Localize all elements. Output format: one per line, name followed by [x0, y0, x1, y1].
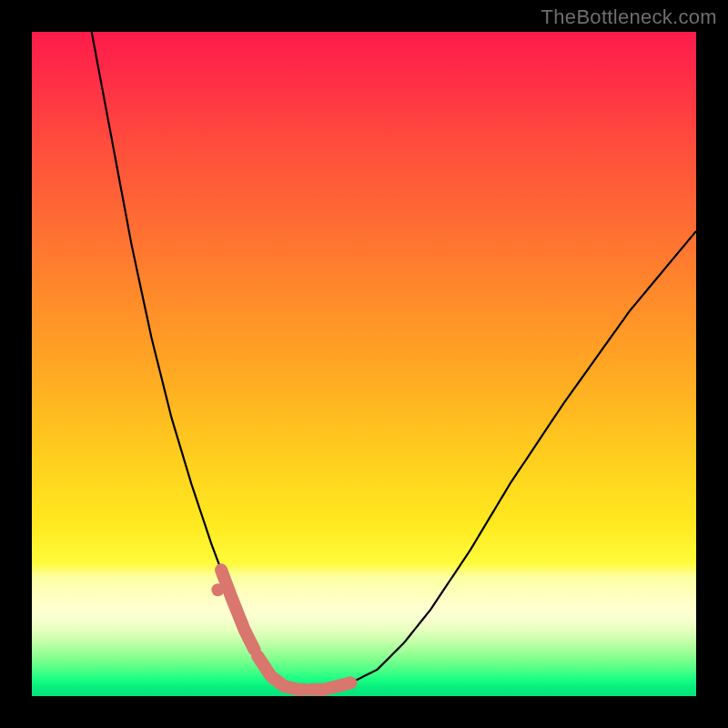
marker-band-right — [311, 682, 351, 689]
watermark-text: TheBottleneck.com — [541, 5, 717, 29]
plot-area — [32, 32, 696, 696]
curve-svg — [32, 32, 696, 696]
marker-band-floor — [258, 656, 304, 690]
chart-frame: TheBottleneck.com — [0, 0, 728, 728]
marker-band-left — [221, 570, 254, 650]
marker-dot — [211, 583, 224, 596]
bottleneck-curve — [92, 32, 696, 690]
